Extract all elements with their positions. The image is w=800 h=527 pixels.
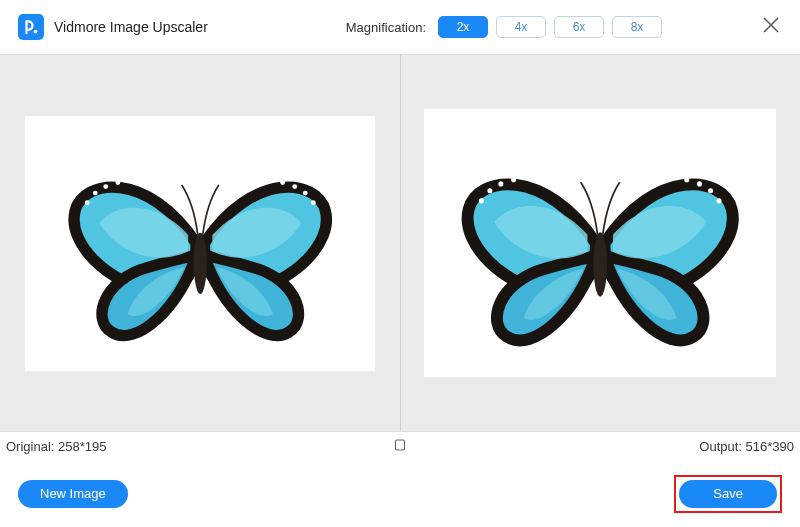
magnification-4x-button[interactable]: 4x (496, 16, 546, 38)
magnification-2x-button[interactable]: 2x (438, 16, 488, 38)
magnification-6x-button[interactable]: 6x (554, 16, 604, 38)
workspace (0, 54, 800, 432)
svg-point-9 (34, 30, 38, 34)
new-image-button[interactable]: New Image (18, 480, 128, 508)
output-image-frame (424, 109, 776, 377)
svg-rect-12 (396, 440, 405, 450)
output-dimensions-label: Output: 516*390 (699, 439, 794, 454)
app-title: Vidmore Image Upscaler (54, 19, 208, 35)
footer: New Image Save (0, 460, 800, 527)
output-image (433, 116, 767, 371)
magnification-label: Magnification: (346, 20, 426, 35)
original-panel (0, 55, 400, 431)
magnification-8x-button[interactable]: 8x (612, 16, 662, 38)
save-button-highlight: Save (674, 475, 782, 513)
info-row: Original: 258*195 Output: 516*390 (0, 432, 800, 460)
output-panel (400, 55, 800, 431)
header: Vidmore Image Upscaler Magnification: 2x… (0, 0, 800, 54)
magnification-group: Magnification: 2x 4x 6x 8x (346, 16, 662, 38)
close-button[interactable] (760, 14, 782, 36)
original-image (34, 122, 367, 364)
panel-divider (400, 55, 401, 431)
lock-aspect-icon[interactable] (393, 438, 407, 455)
original-dimensions-label: Original: 258*195 (6, 439, 106, 454)
save-button[interactable]: Save (679, 480, 777, 508)
original-image-frame (25, 116, 375, 371)
app-logo (18, 14, 44, 40)
